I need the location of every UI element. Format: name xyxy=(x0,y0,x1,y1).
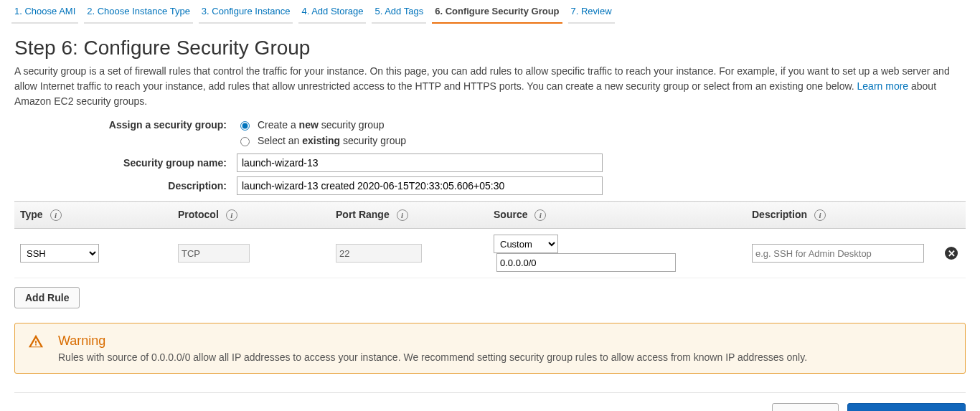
security-group-name-label: Security group name: xyxy=(14,157,237,169)
remove-rule-icon[interactable]: ✕ xyxy=(945,247,958,260)
rule-type-select[interactable]: SSH xyxy=(20,244,99,263)
review-and-launch-button[interactable]: Review and Launch xyxy=(847,403,966,411)
previous-button[interactable]: Previous xyxy=(772,403,839,411)
security-group-description-input[interactable] xyxy=(237,176,603,195)
column-header-protocol: Protocol i xyxy=(172,202,330,229)
info-icon[interactable]: i xyxy=(50,209,62,221)
rule-source-mode-select[interactable]: Custom xyxy=(494,235,558,253)
security-group-name-input[interactable] xyxy=(237,153,603,172)
table-row: SSH Custom ✕ xyxy=(14,229,966,278)
radio-create-new-sg-input[interactable] xyxy=(240,121,250,131)
add-rule-button[interactable]: Add Rule xyxy=(14,287,80,308)
tab-add-storage[interactable]: 4. Add Storage xyxy=(298,0,366,24)
column-header-type: Type i xyxy=(14,202,172,229)
security-group-rules-table: Type i Protocol i Port Range i Source i … xyxy=(14,201,966,278)
page-title: Step 6: Configure Security Group xyxy=(14,37,966,60)
warning-icon xyxy=(28,334,44,363)
info-icon[interactable]: i xyxy=(226,209,237,221)
tab-review[interactable]: 7. Review xyxy=(568,0,615,24)
rule-protocol-input xyxy=(178,244,250,263)
page-description: A security group is a set of firewall ru… xyxy=(14,64,966,109)
rule-port-range-input xyxy=(336,244,422,263)
wizard-tabs: 1. Choose AMI 2. Choose Instance Type 3.… xyxy=(11,0,969,24)
learn-more-link[interactable]: Learn more xyxy=(857,80,909,92)
tab-configure-instance[interactable]: 3. Configure Instance xyxy=(199,0,293,24)
info-icon[interactable]: i xyxy=(534,209,546,221)
tab-add-tags[interactable]: 5. Add Tags xyxy=(372,0,426,24)
warning-title: Warning xyxy=(58,334,807,349)
column-header-description: Description i xyxy=(746,202,937,229)
column-header-source: Source i xyxy=(488,202,746,229)
rule-source-cidr-input[interactable] xyxy=(496,253,676,272)
assign-security-group-label: Assign a security group: xyxy=(14,119,237,131)
radio-select-existing-sg-label: Select an existing security group xyxy=(258,135,406,146)
warning-box: Warning Rules with source of 0.0.0.0/0 a… xyxy=(14,323,966,374)
tab-choose-instance-type[interactable]: 2. Choose Instance Type xyxy=(84,0,193,24)
wizard-footer: Cancel Previous Review and Launch xyxy=(14,392,966,411)
radio-create-new-sg[interactable]: Create a new security group xyxy=(237,119,385,131)
warning-text: Rules with source of 0.0.0.0/0 allow all… xyxy=(58,351,807,363)
tab-configure-security-group[interactable]: 6. Configure Security Group xyxy=(432,0,562,24)
info-icon[interactable]: i xyxy=(397,209,408,221)
radio-create-new-sg-label: Create a new security group xyxy=(258,119,385,131)
radio-select-existing-sg[interactable]: Select an existing security group xyxy=(237,135,406,146)
tab-choose-ami[interactable]: 1. Choose AMI xyxy=(11,0,78,24)
security-group-description-label: Description: xyxy=(14,180,237,192)
column-header-port-range: Port Range i xyxy=(330,202,488,229)
blurb-text-pre: A security group is a set of firewall ru… xyxy=(14,65,950,92)
rule-description-input[interactable] xyxy=(752,244,924,263)
radio-select-existing-sg-input[interactable] xyxy=(240,137,250,146)
info-icon[interactable]: i xyxy=(814,209,826,221)
